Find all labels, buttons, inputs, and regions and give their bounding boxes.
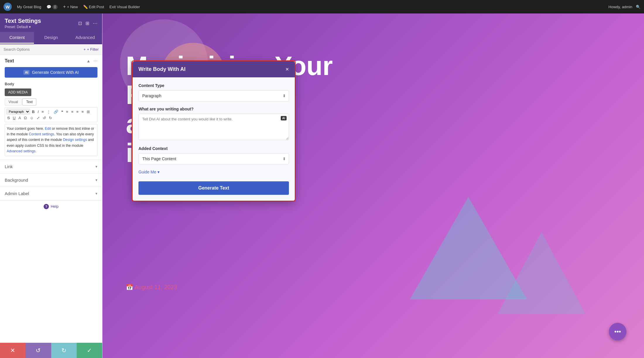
added-context-select[interactable]: This Page Content: [138, 153, 289, 164]
ordered-list-button[interactable]: ⋮: [46, 109, 52, 115]
text-color-button[interactable]: A: [17, 115, 22, 121]
editor-link-design[interactable]: Design settings: [63, 138, 87, 142]
tab-design[interactable]: Design: [34, 32, 68, 44]
sidebar-content: Text ▲ ⋯ AI Generate Content With AI Bod…: [0, 55, 102, 343]
editor-toolbar: Paragraph B I ≡ ⋮ 🔗 ❝ ≡ ≡ ≡ ≡ ⊞ S U A: [5, 107, 97, 122]
date-text: 📅 August 11, 2023: [126, 284, 177, 291]
underline-button[interactable]: U: [12, 115, 17, 121]
redo-editor-button[interactable]: ↻: [48, 115, 53, 121]
editor-content[interactable]: Your content goes here. Edit or remove t…: [5, 124, 97, 156]
table-button[interactable]: ⊞: [85, 109, 91, 115]
modal-dialog: Write Body With AI × Content Type Paragr…: [133, 61, 295, 201]
main-content-area: Maximizing Your Reach: al Media ies for …: [102, 13, 644, 358]
align-justify-button[interactable]: ≡: [80, 109, 85, 115]
add-media-button[interactable]: ADD MEDIA: [5, 88, 31, 96]
editor-text-5: .: [35, 149, 36, 153]
guide-me-label: Guide Me: [138, 170, 156, 174]
help-icon: ?: [44, 204, 49, 209]
link-section-header[interactable]: Link ▾: [0, 160, 102, 173]
text-section-icons: ▲ ⋯: [86, 59, 97, 63]
site-name-link[interactable]: My Great Blog: [17, 5, 41, 9]
more-icon[interactable]: ⋯: [93, 21, 97, 26]
search-icon[interactable]: 🔍: [636, 5, 640, 9]
fab-button[interactable]: •••: [609, 323, 626, 340]
bold-button[interactable]: B: [31, 109, 36, 115]
layout-icon[interactable]: ⊞: [85, 21, 89, 26]
bg-triangle2: [498, 232, 585, 314]
modal-close-button[interactable]: ×: [285, 66, 289, 73]
admin-bar-right: Howdy, admin 🔍: [609, 5, 640, 9]
howdy-text: Howdy, admin: [609, 5, 632, 9]
editor-tab-visual[interactable]: Visual: [5, 98, 22, 105]
help-label: Help: [51, 204, 59, 209]
link-button[interactable]: 🔗: [52, 109, 59, 115]
exit-builder-link[interactable]: Exit Visual Builder: [109, 5, 140, 9]
text-section-title: Text: [5, 58, 14, 64]
paragraph-select[interactable]: Paragraph: [6, 109, 30, 115]
tab-advanced[interactable]: Advanced: [68, 32, 102, 44]
writing-about-textarea[interactable]: [138, 114, 289, 140]
italic-button[interactable]: I: [36, 109, 40, 115]
save-button[interactable]: ✓: [77, 343, 102, 358]
ai-generate-label: Generate Content With AI: [32, 70, 79, 75]
editor-static-text: Your content goes here.: [7, 127, 45, 131]
writing-about-label: What are you writing about?: [138, 107, 289, 111]
textarea-wrapper: AI: [138, 114, 289, 141]
guide-me-link[interactable]: Guide Me ▾: [138, 170, 289, 174]
sidebar-title: Text Settings: [5, 18, 41, 24]
align-center-button[interactable]: ≡: [70, 109, 75, 115]
chevron-up-icon[interactable]: ▲: [86, 59, 90, 63]
sidebar-help[interactable]: ? Help: [0, 200, 102, 213]
align-right-button[interactable]: ≡: [75, 109, 80, 115]
body-section: Body ADD MEDIA Visual Text Paragraph B I…: [0, 82, 102, 160]
tab-content[interactable]: Content: [0, 32, 34, 44]
background-section-header[interactable]: Background ▾: [0, 173, 102, 187]
edit-post-link[interactable]: ✏️ Edit Post: [83, 5, 104, 9]
emoji-button[interactable]: ☺: [28, 115, 35, 121]
sidebar: Text Settings Preset: Default ▾ ⊡ ⊞ ⋯ Co…: [0, 13, 102, 358]
modal-container: Write Body With AI × Content Type Paragr…: [132, 60, 296, 202]
editor-link-advanced[interactable]: Advanced settings: [7, 149, 35, 153]
link-section: Link ▾: [0, 160, 102, 173]
generate-text-button[interactable]: Generate Text: [138, 181, 289, 195]
search-input[interactable]: [4, 47, 81, 52]
editor-tab-text[interactable]: Text: [22, 98, 36, 105]
align-left-button[interactable]: ≡: [65, 109, 70, 115]
wp-logo-icon[interactable]: W: [4, 3, 12, 11]
modal-footer: Generate Text: [133, 180, 295, 201]
special-char-button[interactable]: Ω: [23, 115, 28, 121]
strikethrough-button[interactable]: S: [6, 115, 11, 121]
modal-body: Content Type Paragraph What are you writ…: [133, 77, 295, 180]
ai-generate-button[interactable]: AI Generate Content With AI: [5, 67, 97, 78]
sidebar-action-bar: ✕ ↺ ↻ ✓: [0, 343, 102, 358]
wp-admin-bar: W My Great Blog 💬 0 + + New ✏️ Edit Post…: [0, 0, 644, 13]
filter-button[interactable]: + + Filter: [83, 47, 99, 52]
undo-editor-button[interactable]: ↺: [42, 115, 47, 121]
modal-title: Write Body With AI: [138, 66, 186, 72]
new-button[interactable]: + + New: [63, 4, 78, 9]
sidebar-preset[interactable]: Preset: Default ▾: [5, 25, 41, 29]
editor-link-edit[interactable]: Edit: [45, 127, 51, 131]
fullscreen-icon[interactable]: ⊡: [78, 21, 82, 26]
comments-link[interactable]: 💬 0: [47, 5, 58, 9]
writing-about-group: What are you writing about? AI: [138, 107, 289, 141]
undo-button[interactable]: ↺: [25, 343, 51, 358]
body-label: Body: [5, 82, 97, 86]
content-type-group: Content Type Paragraph: [138, 83, 289, 101]
editor-link-content[interactable]: Content settings: [29, 132, 54, 136]
content-type-select[interactable]: Paragraph: [138, 90, 289, 101]
unordered-list-button[interactable]: ≡: [40, 109, 45, 115]
admin-label-section-header[interactable]: Admin Label ▾: [0, 187, 102, 200]
filter-label: + Filter: [87, 47, 99, 52]
fullwidth-button[interactable]: ⤢: [35, 115, 41, 121]
blockquote-button[interactable]: ❝: [60, 109, 64, 115]
more-options-icon[interactable]: ⋯: [93, 59, 97, 63]
admin-label-section-label: Admin Label: [5, 191, 29, 196]
editor-tabs: Visual Text: [5, 98, 97, 105]
background-section-label: Background: [5, 178, 28, 183]
sidebar-tabs: Content Design Advanced: [0, 32, 102, 44]
textarea-ai-badge: AI: [281, 116, 287, 120]
new-label: + New: [67, 5, 78, 9]
redo-button[interactable]: ↻: [51, 343, 77, 358]
cancel-button[interactable]: ✕: [0, 343, 25, 358]
